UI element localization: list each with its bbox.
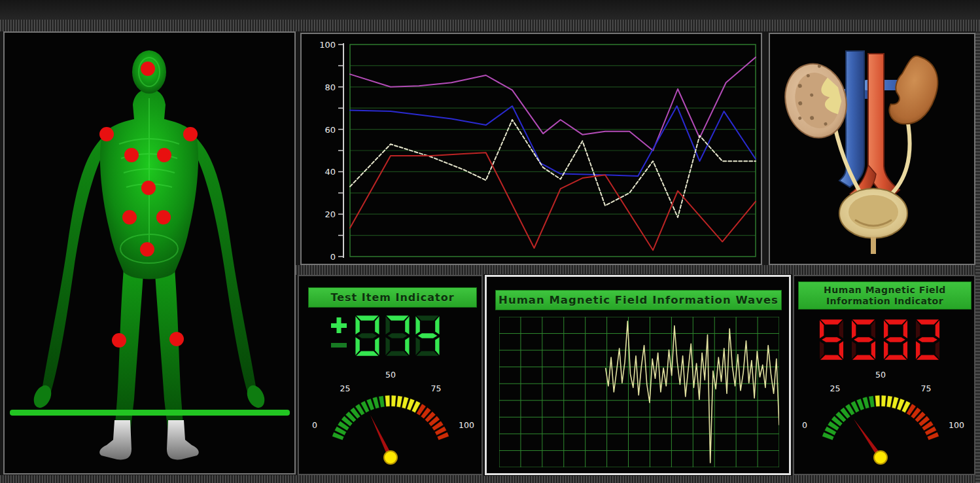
body-left-foot xyxy=(167,420,199,459)
y-axis-label: 40 xyxy=(324,167,336,177)
hotspot-dot-abdomen xyxy=(141,181,156,195)
hotspot-dot-left-chest xyxy=(157,148,171,162)
hotspot-dot-right-chest xyxy=(124,148,139,162)
urethra xyxy=(871,237,876,254)
body-right-leg xyxy=(114,268,143,433)
ribbed-divider-right xyxy=(975,31,980,483)
hotspot-dot-forehead xyxy=(141,62,155,76)
waveform-oscilloscope xyxy=(499,317,779,467)
body-left-leg xyxy=(155,268,184,433)
test-item-panel: Test Item Indicator 0255075100 xyxy=(298,275,483,475)
hotspot-dot-right-hip xyxy=(122,210,137,224)
gauge-arc-segment xyxy=(379,396,385,408)
y-axis-label: 60 xyxy=(324,125,336,135)
minus-sign xyxy=(331,343,347,348)
gauge-tick-label: 0 xyxy=(802,420,807,430)
gauge-tick-label: 25 xyxy=(340,384,351,393)
body-right-foot xyxy=(99,420,131,459)
ribbed-divider-top xyxy=(0,20,980,31)
plus-minus-indicator xyxy=(329,315,349,356)
ribbed-divider-middle xyxy=(296,265,980,275)
gauge-arc-segment xyxy=(886,396,892,408)
magnetic-field-gauge: 0255075100 xyxy=(794,368,974,474)
gauge-arc-segment xyxy=(385,395,390,406)
indicator-banner: Human Magnetic Field Information Indicat… xyxy=(798,281,971,310)
gauge-arc-segment xyxy=(391,395,396,406)
y-axis-label: 20 xyxy=(324,209,336,219)
body-scan-panel xyxy=(3,31,296,474)
seven-segment-digit xyxy=(881,317,910,362)
series-line-violet xyxy=(350,57,756,151)
hotspot-dot-left-hip xyxy=(156,210,171,224)
gauge-arc-segment xyxy=(869,396,875,408)
gauge-tick-label: 25 xyxy=(830,384,841,393)
urinary-system-illustration xyxy=(770,34,974,264)
gauge-arc-segment xyxy=(396,396,402,408)
trend-chart: 020406080100 xyxy=(302,34,761,264)
hotspot-dot-left-shoulder xyxy=(183,127,198,141)
gauge-tick-label: 0 xyxy=(312,420,317,430)
seven-segment-digit xyxy=(913,317,942,362)
hotspot-dot-left-knee xyxy=(169,332,184,346)
test-item-seven-segment-display xyxy=(354,313,441,358)
seven-segment-digit xyxy=(384,313,411,358)
scanner-floor-line xyxy=(10,410,290,416)
plus-sign xyxy=(331,317,347,333)
organ-image-panel xyxy=(769,33,975,265)
analyzer-dashboard: 020406080100 xyxy=(0,0,980,483)
gauge-arc-segment xyxy=(881,395,886,406)
noise-waveform-trace xyxy=(606,321,779,463)
test-item-banner: Test Item Indicator xyxy=(308,287,477,308)
gauge-tick-label: 100 xyxy=(459,420,474,430)
hotspot-dot-pelvis xyxy=(140,242,154,257)
indicator-banner-line2: Information Indicator xyxy=(826,296,943,307)
gauge-arc-segment xyxy=(875,395,880,406)
gauge-tick-label: 100 xyxy=(949,420,964,430)
seven-segment-digit xyxy=(354,313,381,358)
hotspot-dot-right-knee xyxy=(112,333,126,348)
waves-banner: Human Magnetic Field Information Waves xyxy=(495,290,782,310)
body-right-arm xyxy=(39,137,108,397)
gauge-tick-label: 50 xyxy=(875,370,886,380)
indicator-banner-line1: Human Magnetic Field xyxy=(824,285,946,296)
y-axis-label: 80 xyxy=(324,82,336,92)
hotspot-dot-right-shoulder xyxy=(99,127,114,141)
xray-body-figure xyxy=(5,33,294,473)
series-line-blue xyxy=(350,106,756,176)
kidney-right xyxy=(886,52,945,130)
ribbed-divider-bottom xyxy=(0,475,980,483)
kidney-left-section xyxy=(778,58,854,145)
window-top-bar xyxy=(0,0,980,20)
body-left-arm xyxy=(190,137,260,397)
gauge-tick-label: 50 xyxy=(385,370,396,380)
magnetic-waves-panel: Human Magnetic Field Information Waves xyxy=(485,275,791,475)
magnetic-field-seven-segment-display xyxy=(817,317,942,362)
seven-segment-digit xyxy=(414,313,441,358)
gauge-tick-label: 75 xyxy=(431,384,442,393)
bladder xyxy=(839,188,907,254)
series-line-white xyxy=(350,120,756,217)
gauge-hub xyxy=(874,451,887,464)
seven-segment-digit xyxy=(817,317,846,362)
magnetic-indicator-panel: Human Magnetic Field Information Indicat… xyxy=(793,275,975,475)
y-axis-label: 0 xyxy=(330,252,336,262)
test-item-gauge: 0255075100 xyxy=(299,368,481,474)
trend-chart-panel: 020406080100 xyxy=(300,33,762,265)
gauge-tick-label: 75 xyxy=(921,384,932,393)
gauge-hub xyxy=(384,451,397,464)
y-axis-label: 100 xyxy=(319,40,336,50)
seven-segment-digit xyxy=(849,317,878,362)
